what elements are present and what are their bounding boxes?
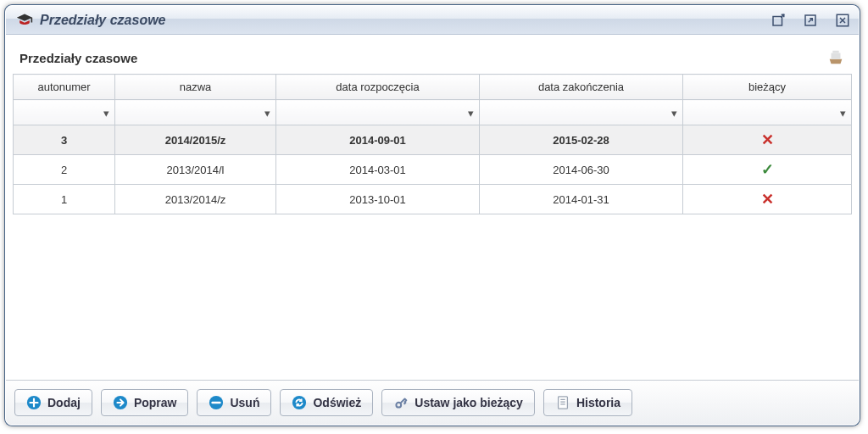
edit-button[interactable]: Popraw bbox=[101, 389, 189, 416]
svg-point-7 bbox=[292, 396, 306, 409]
maximize-button[interactable] bbox=[801, 11, 820, 30]
dropdown-icon[interactable]: ▾ bbox=[671, 106, 677, 119]
cell-end: 2014-06-30 bbox=[480, 155, 683, 185]
cell-start: 2014-03-01 bbox=[276, 155, 480, 185]
refresh-icon bbox=[292, 395, 307, 410]
table-row[interactable]: 32014/2015/z2014-09-012015-02-28✕ bbox=[14, 125, 852, 155]
delete-button-label: Usuń bbox=[230, 396, 259, 409]
window-title: Przedziały czasowe bbox=[40, 13, 755, 28]
page-subtitle: Przedziały czasowe bbox=[19, 51, 826, 65]
dropdown-icon[interactable]: ▾ bbox=[468, 106, 474, 119]
print-icon[interactable] bbox=[826, 48, 845, 67]
key-icon bbox=[393, 395, 409, 410]
col-header-nazwa[interactable]: nazwa bbox=[115, 75, 276, 100]
refresh-button-label: Odśwież bbox=[313, 396, 361, 409]
table-row[interactable]: 12013/2014/z2013-10-012014-01-31✕ bbox=[14, 185, 852, 214]
cell-end: 2015-02-28 bbox=[480, 125, 683, 155]
history-button[interactable]: Historia bbox=[543, 389, 632, 416]
cell-start: 2014-09-01 bbox=[276, 125, 480, 155]
cell-autonumer: 2 bbox=[14, 155, 115, 185]
add-button[interactable]: Dodaj bbox=[14, 389, 92, 416]
graduation-cap-icon bbox=[16, 12, 33, 29]
dropdown-icon[interactable]: ▾ bbox=[840, 106, 846, 119]
minus-icon bbox=[209, 395, 224, 410]
cell-current: ✕ bbox=[683, 185, 852, 214]
history-button-label: Historia bbox=[576, 396, 620, 409]
set-current-button-label: Ustaw jako bieżący bbox=[415, 396, 523, 409]
dropdown-icon[interactable]: ▾ bbox=[103, 106, 109, 119]
action-toolbar: Dodaj Popraw Usuń Odśwież Ustaw jako bie… bbox=[6, 380, 859, 425]
table-row[interactable]: 22013/2014/l2014-03-012014-06-30✓ bbox=[14, 155, 852, 185]
add-button-label: Dodaj bbox=[47, 396, 81, 409]
cell-nazwa: 2013/2014/z bbox=[115, 185, 276, 214]
title-bar: Przedziały czasowe bbox=[6, 6, 859, 35]
cell-current: ✕ bbox=[683, 125, 852, 155]
cell-current: ✓ bbox=[683, 155, 852, 185]
close-button[interactable] bbox=[833, 11, 852, 30]
delete-button[interactable]: Usuń bbox=[197, 389, 271, 416]
filter-current[interactable]: ▾ bbox=[683, 100, 852, 125]
refresh-button[interactable]: Odśwież bbox=[280, 389, 373, 416]
cell-end: 2014-01-31 bbox=[480, 185, 683, 214]
svg-rect-3 bbox=[832, 51, 838, 53]
x-icon: ✕ bbox=[761, 131, 774, 148]
col-header-start[interactable]: data rozpoczęcia bbox=[276, 75, 480, 100]
arrow-right-icon bbox=[113, 395, 128, 410]
plus-icon bbox=[26, 395, 42, 410]
document-icon bbox=[555, 395, 570, 410]
window-frame: Przedziały czasowe Przedziały czasowe au… bbox=[5, 5, 860, 426]
filter-autonumer[interactable]: ▾ bbox=[14, 100, 115, 125]
grid-filter-row: ▾ ▾ ▾ ▾ ▾ bbox=[14, 100, 852, 125]
x-icon: ✕ bbox=[761, 191, 774, 208]
edit-button-label: Popraw bbox=[134, 396, 177, 409]
check-icon: ✓ bbox=[761, 161, 774, 178]
col-header-current[interactable]: bieżący bbox=[683, 75, 852, 100]
filter-start[interactable]: ▾ bbox=[276, 100, 480, 125]
svg-rect-0 bbox=[773, 16, 782, 25]
filter-end[interactable]: ▾ bbox=[480, 100, 683, 125]
cell-nazwa: 2013/2014/l bbox=[115, 155, 276, 185]
minimize-button[interactable] bbox=[769, 11, 787, 30]
col-header-end[interactable]: data zakończenia bbox=[480, 75, 683, 100]
subtitle-row: Przedziały czasowe bbox=[6, 35, 859, 74]
col-header-autonumer[interactable]: autonumer bbox=[14, 75, 115, 100]
grid-header-row: autonumer nazwa data rozpoczęcia data za… bbox=[14, 75, 852, 100]
svg-rect-9 bbox=[558, 397, 567, 409]
data-grid: autonumer nazwa data rozpoczęcia data za… bbox=[6, 74, 859, 380]
cell-autonumer: 1 bbox=[14, 185, 115, 214]
dropdown-icon[interactable]: ▾ bbox=[264, 106, 270, 119]
cell-start: 2013-10-01 bbox=[276, 185, 480, 214]
set-current-button[interactable]: Ustaw jako bieżący bbox=[381, 389, 535, 416]
cell-nazwa: 2014/2015/z bbox=[115, 125, 276, 155]
filter-nazwa[interactable]: ▾ bbox=[115, 100, 276, 125]
cell-autonumer: 3 bbox=[14, 125, 115, 155]
